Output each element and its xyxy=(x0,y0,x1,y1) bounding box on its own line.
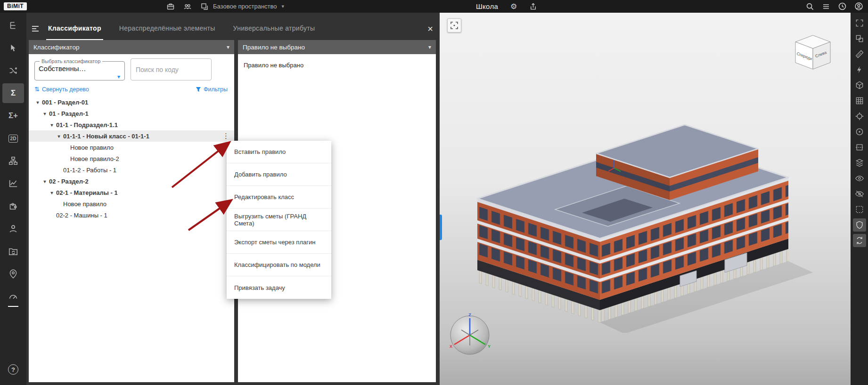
tab-attributes[interactable]: Универсальные атрибуты xyxy=(231,24,317,40)
tree-item[interactable]: ▾ 02 - Раздел-2 xyxy=(29,176,234,187)
tab-classifier[interactable]: Классификатор xyxy=(46,24,103,40)
menu-item-insert-rule[interactable]: Вставить правило xyxy=(227,141,331,163)
tree-item[interactable]: Новое правило xyxy=(29,142,234,153)
classifier-tree-icon[interactable] xyxy=(2,16,24,35)
collapse-tree-button[interactable]: ⇅ Свернуть дерево xyxy=(34,86,89,93)
kebab-menu-icon[interactable]: ⋮ xyxy=(222,132,234,140)
code-search-input[interactable] xyxy=(131,58,212,80)
caret-down-icon[interactable]: ▾ xyxy=(48,122,56,128)
appearance-icon[interactable] xyxy=(853,218,866,232)
view-cube[interactable]: Спереди Слева xyxy=(791,32,835,74)
focus-icon[interactable] xyxy=(853,110,866,123)
workspace-select[interactable]: Базовое пространство ▾ xyxy=(213,3,284,10)
measure-icon[interactable] xyxy=(853,48,866,61)
grid-icon[interactable] xyxy=(853,94,866,107)
tree-item-label: 01-1-1 - Новый класс - 01-1-1 xyxy=(63,133,149,140)
user-icon[interactable] xyxy=(2,219,24,239)
snap-icon[interactable] xyxy=(853,63,866,76)
history-icon[interactable] xyxy=(838,2,847,11)
caret-down-icon[interactable]: ▾ xyxy=(55,134,63,139)
estimates-icon[interactable]: Σ xyxy=(2,83,24,103)
tree-item[interactable]: 02-2 - Машины - 1 xyxy=(29,209,234,221)
topbar-tools xyxy=(166,2,209,11)
menu-item-export-grand[interactable]: Выгрузить сметы (ГРАНД Смета) xyxy=(227,209,331,231)
plugins-icon[interactable] xyxy=(2,196,24,216)
rule-empty-text: Правило не выбрано xyxy=(238,54,436,76)
tree-item[interactable]: Новое правило xyxy=(29,198,234,209)
structure-icon[interactable] xyxy=(2,151,24,171)
select-tool-icon[interactable] xyxy=(2,38,24,58)
layers-icon[interactable] xyxy=(853,156,866,169)
2d-view-icon[interactable]: 2D xyxy=(2,128,24,148)
menu-item-edit-class[interactable]: Редактировать класс xyxy=(227,186,331,209)
close-icon[interactable]: × xyxy=(427,24,433,33)
section-plane-icon[interactable] xyxy=(853,141,866,154)
3d-viewport[interactable]: Спереди Слева Z X Y xyxy=(440,13,851,385)
menu-icon[interactable] xyxy=(822,2,830,11)
account-icon[interactable] xyxy=(854,2,863,11)
chevron-down-icon: ▾ xyxy=(117,73,120,80)
classifier-pane-header[interactable]: Классификатор ▾ xyxy=(29,40,234,54)
caret-down-icon[interactable]: ▾ xyxy=(33,100,42,105)
help-glyph: ? xyxy=(8,364,18,375)
menu-item-classify-by-model[interactable]: Классифицировать по модели xyxy=(227,254,331,276)
tree-item[interactable]: ▾ 01-1 - Подраздел-1.1 xyxy=(29,119,234,130)
collapse-tree-label: Свернуть дерево xyxy=(42,86,89,93)
rule-pane-header[interactable]: Правило не выбрано ▾ xyxy=(238,40,436,54)
estimates-add-icon[interactable]: Σ+ xyxy=(2,106,24,126)
app-logo[interactable]: BiMiT xyxy=(4,2,27,10)
tree-item-label: Новое правило xyxy=(63,201,106,208)
selection-frame-icon xyxy=(450,21,459,30)
collapse-panel-icon[interactable] xyxy=(31,25,40,32)
visibility-icon[interactable] xyxy=(853,172,866,185)
tree-item[interactable]: ▾ 001 - Раздел-01 xyxy=(29,96,234,108)
share-icon[interactable] xyxy=(529,2,537,10)
tree-item-selected[interactable]: ▾ 01-1-1 - Новый класс - 01-1-1 ⋮ xyxy=(29,130,234,142)
tree-item[interactable]: ▾ 01 - Раздел-1 xyxy=(29,108,234,119)
menu-item-export-plugin[interactable]: Экспорт сметы через плагин xyxy=(227,231,331,254)
help-button[interactable]: ? xyxy=(2,360,24,379)
team-icon[interactable] xyxy=(183,2,192,11)
dashboard-gauge-icon[interactable] xyxy=(2,287,24,306)
classifier-pane: Классификатор ▾ Выбрать классификатор Со… xyxy=(29,40,234,382)
projects-icon[interactable] xyxy=(166,2,175,11)
navigation-gizmo[interactable]: Z X Y xyxy=(446,312,493,359)
tree-item[interactable]: Новое правило-2 xyxy=(29,153,234,164)
building-model[interactable] xyxy=(459,112,817,333)
search-icon[interactable] xyxy=(806,2,814,11)
selection-frame-button[interactable] xyxy=(447,18,461,32)
classifier-select[interactable]: Выбрать классификатор Собственны… ▾ xyxy=(34,58,125,80)
tree-actions: ⇅ Свернуть дерево Фильтры xyxy=(29,80,234,94)
caret-down-icon[interactable]: ▾ xyxy=(41,179,49,184)
tree-item-label: 01 - Раздел-1 xyxy=(49,110,89,117)
tree-item-label: 001 - Раздел-01 xyxy=(42,99,88,106)
app-body: Σ Σ+ 2D ? xyxy=(0,13,868,385)
folder-sync-icon[interactable] xyxy=(2,241,24,261)
tree-item[interactable]: 01-1-2 - Работы - 1 xyxy=(29,164,234,176)
tree-item[interactable]: ▾ 02-1 - Материалы - 1 xyxy=(29,187,234,198)
filters-button[interactable]: Фильтры xyxy=(196,86,228,93)
tree-item-label: 02-2 - Машины - 1 xyxy=(56,212,107,219)
versions-icon[interactable] xyxy=(200,2,209,11)
gizmo-x-label: X xyxy=(450,344,452,349)
gear-icon[interactable]: ⚙ xyxy=(510,3,517,10)
analytics-icon[interactable] xyxy=(2,174,24,193)
caret-down-icon[interactable]: ▾ xyxy=(41,111,49,116)
classifier-pane-title: Классификатор xyxy=(33,44,79,51)
tab-unallocated[interactable]: Нераспределённые элементы xyxy=(117,24,217,40)
menu-item-add-rule[interactable]: Добавить правило xyxy=(227,163,331,186)
section-box-icon[interactable] xyxy=(853,32,866,45)
caret-down-icon[interactable]: ▾ xyxy=(48,190,56,195)
refresh-model-icon[interactable] xyxy=(853,234,866,247)
right-toolbar xyxy=(851,13,868,385)
person-pin-icon[interactable] xyxy=(2,264,24,284)
top-bar: BiMiT Базовое пространство ▾ Школа ⚙ xyxy=(0,0,868,13)
zoom-fit-icon[interactable] xyxy=(853,16,866,30)
point-marker-icon[interactable] xyxy=(853,125,866,138)
select-area-icon[interactable] xyxy=(853,203,866,216)
panel-resize-handle[interactable] xyxy=(440,215,442,240)
hide-icon[interactable] xyxy=(853,187,866,201)
menu-item-bind-task[interactable]: Привязать задачу xyxy=(227,276,331,299)
relations-icon[interactable] xyxy=(2,61,24,80)
model-3d-icon[interactable] xyxy=(853,79,866,92)
